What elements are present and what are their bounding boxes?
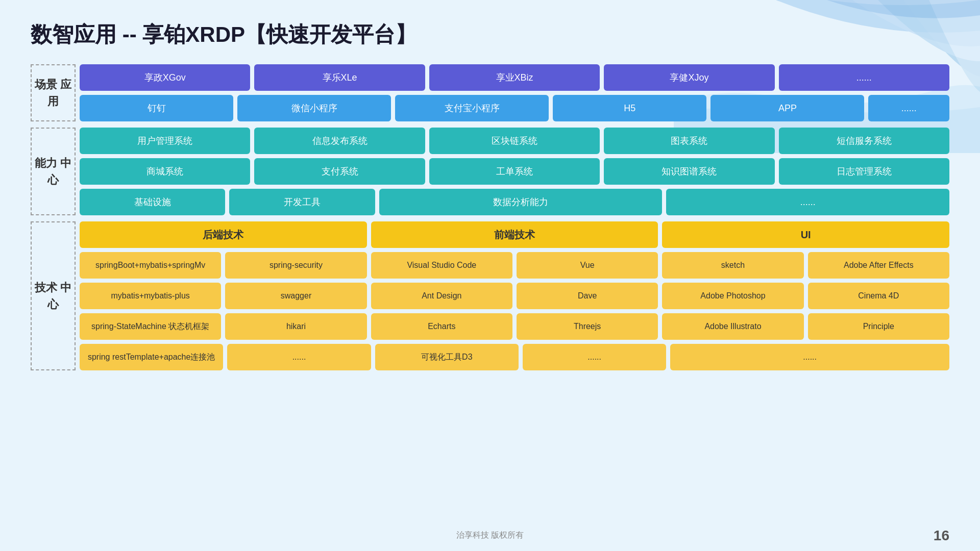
scene-item-xle: 享乐XLe (254, 64, 425, 91)
scene-section: 场景 应用 享政XGov 享乐XLe 享业XBiz 享健XJoy ...... … (31, 64, 949, 121)
scene-more2: ...... (868, 95, 949, 121)
tech-vscode: Visual Studio Code (371, 252, 512, 279)
page-number: 16 (934, 528, 949, 544)
cap-more: ...... (666, 189, 949, 215)
scene-alipay: 支付宝小程序 (395, 95, 549, 121)
scene-item-xbiz: 享业XBiz (429, 64, 600, 91)
tech-dave: Dave (517, 283, 658, 309)
cap-workorder: 工单系统 (429, 158, 600, 185)
diagram: 场景 应用 享政XGov 享乐XLe 享业XBiz 享健XJoy ...... … (31, 64, 949, 525)
cap-info-pub: 信息发布系统 (254, 128, 425, 154)
cap-sms: 短信服务系统 (779, 128, 949, 154)
tech-mybatis-plus: mybatis+mybatis-plus (80, 283, 221, 309)
tech-header-frontend: 前端技术 (371, 221, 658, 248)
cap-data-analysis: 数据分析能力 (379, 189, 663, 215)
tech-more3: ...... (670, 344, 949, 370)
tech-row4: spring restTemplate+apache连接池 ...... 可视化… (80, 344, 949, 370)
scene-h5: H5 (553, 95, 706, 121)
tech-statemachine: spring-StateMachine 状态机框架 (80, 313, 221, 340)
scene-label-wrapper: 场景 应用 (31, 64, 76, 121)
tech-header-row: 后端技术 前端技术 UI (80, 221, 949, 248)
scene-item-xgov: 享政XGov (80, 64, 250, 91)
tech-header-ui: UI (662, 221, 949, 248)
cap-devtool: 开发工具 (229, 189, 375, 215)
cap-chart: 图表系统 (604, 128, 774, 154)
scene-row1: 享政XGov 享乐XLe 享业XBiz 享健XJoy ...... (80, 64, 949, 91)
cap-shop: 商城系统 (80, 158, 250, 185)
tech-spring-security: spring-security (225, 252, 366, 279)
cap-user-mgmt: 用户管理系统 (80, 128, 250, 154)
scene-app: APP (710, 95, 864, 121)
tech-label: 技术 中心 (31, 221, 76, 370)
tech-springboot: springBoot+mybatis+springMv (80, 252, 221, 279)
tech-threejs: Threejs (517, 313, 658, 340)
tech-photoshop: Adobe Photoshop (662, 283, 803, 309)
capability-label: 能力 中心 (31, 128, 76, 215)
capability-label-wrapper: 能力 中心 (31, 128, 76, 215)
tech-after-effects: Adobe After Effects (808, 252, 949, 279)
tech-cinema4d: Cinema 4D (808, 283, 949, 309)
page-title: 数智应用 -- 享铂XRDP【快速开发平台】 (31, 20, 949, 49)
cap-blockchain: 区块链系统 (429, 128, 600, 154)
tech-content: 后端技术 前端技术 UI springBoot+mybatis+springMv… (80, 221, 949, 370)
tech-d3: 可视化工具D3 (375, 344, 519, 370)
tech-more2: ...... (523, 344, 666, 370)
capability-row2: 商城系统 支付系统 工单系统 知识图谱系统 日志管理系统 (80, 158, 949, 185)
tech-sketch: sketch (662, 252, 803, 279)
tech-section: 技术 中心 后端技术 前端技术 UI springBoot+mybatis+sp… (31, 221, 949, 370)
tech-hikari: hikari (225, 313, 366, 340)
footer: 治享科技 版权所有 16 (31, 525, 949, 541)
page-container: 数智应用 -- 享铂XRDP【快速开发平台】 场景 应用 享政XGov 享乐XL… (0, 0, 980, 551)
cap-log: 日志管理系统 (779, 158, 949, 185)
cap-knowledge: 知识图谱系统 (604, 158, 774, 185)
scene-label: 场景 应用 (31, 64, 76, 121)
tech-resttemplate: spring restTemplate+apache连接池 (80, 344, 223, 370)
footer-text: 治享科技 版权所有 (456, 530, 524, 541)
tech-illustrator: Adobe Illustrato (662, 313, 803, 340)
tech-ant-design: Ant Design (371, 283, 512, 309)
tech-principle: Principle (808, 313, 949, 340)
capability-row1: 用户管理系统 信息发布系统 区块链系统 图表系统 短信服务系统 (80, 128, 949, 154)
tech-vue: Vue (517, 252, 658, 279)
capability-section: 能力 中心 用户管理系统 信息发布系统 区块链系统 图表系统 短信服务系统 商城… (31, 128, 949, 215)
tech-row2: mybatis+mybatis-plus swagger Ant Design … (80, 283, 949, 309)
tech-header-backend: 后端技术 (80, 221, 367, 248)
tech-echarts: Echarts (371, 313, 512, 340)
tech-swagger: swagger (225, 283, 366, 309)
cap-infra: 基础设施 (80, 189, 225, 215)
capability-row3: 基础设施 开发工具 数据分析能力 ...... (80, 189, 949, 215)
scene-dingding: 钉钉 (80, 95, 233, 121)
tech-row3: spring-StateMachine 状态机框架 hikari Echarts… (80, 313, 949, 340)
scene-item-xjoy: 享健XJoy (604, 64, 774, 91)
scene-item-more: ...... (779, 64, 949, 91)
tech-row1: springBoot+mybatis+springMv spring-secur… (80, 252, 949, 279)
tech-label-wrapper: 技术 中心 (31, 221, 76, 370)
scene-row2: 钉钉 微信小程序 支付宝小程序 H5 APP ...... (80, 95, 949, 121)
scene-wechat: 微信小程序 (237, 95, 391, 121)
tech-more1: ...... (227, 344, 371, 370)
capability-content: 用户管理系统 信息发布系统 区块链系统 图表系统 短信服务系统 商城系统 支付系… (80, 128, 949, 215)
scene-content: 享政XGov 享乐XLe 享业XBiz 享健XJoy ...... 钉钉 微信小… (80, 64, 949, 121)
cap-pay: 支付系统 (254, 158, 425, 185)
